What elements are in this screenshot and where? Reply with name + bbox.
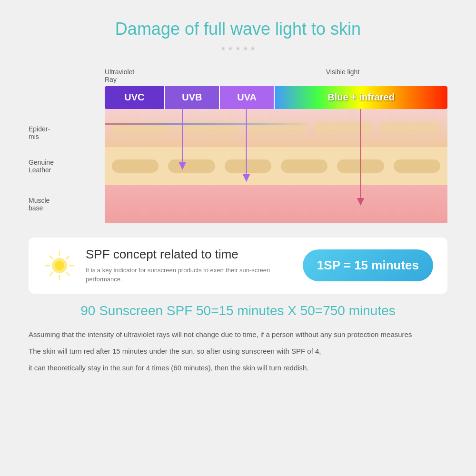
spectrum-bar: UVC UVB UVA Blue + infrared — [105, 86, 447, 109]
muscle-layer — [105, 185, 447, 223]
muscle-text: Muscle base — [29, 197, 50, 212]
page: Damage of full wave light to skin ★ ★ ★ … — [0, 0, 476, 392]
bottom-highlight-title: 90 Sunscreen SPF 50=15 minutes X 50=750 … — [29, 303, 447, 318]
dermis-blob-5 — [337, 159, 384, 173]
diagram-section: Ultraviolet Ray Visible light UVC UVB UV… — [29, 68, 447, 223]
dermis-blob-3 — [225, 159, 271, 173]
dermis-blob-4 — [281, 159, 327, 173]
spf-title: SPF concept related to time — [86, 247, 293, 262]
subtitle-stars: ★ ★ ★ ★ ★ — [29, 44, 447, 54]
dermis-layer — [105, 147, 447, 185]
spectrum-labels-row: Ultraviolet Ray Visible light — [105, 68, 447, 83]
spf-left: SPF concept related to time It is a key … — [86, 247, 293, 284]
ultraviolet-label: Ultraviolet Ray — [105, 68, 238, 83]
uva-segment: UVA — [220, 86, 275, 109]
subtitle-area: ★ ★ ★ ★ ★ — [29, 44, 447, 54]
uvc-segment: UVC — [105, 86, 165, 109]
bottom-text-2: The skin will turn red after 15 minutes … — [29, 345, 447, 357]
epidermis-blob-3 — [246, 121, 306, 135]
muscle-label: Muscle base — [29, 185, 105, 223]
visible-light-text: Visible light — [326, 68, 360, 76]
main-title: Damage of full wave light to skin — [29, 19, 447, 39]
uvb-segment: UVB — [165, 86, 220, 109]
bottom-text-1: Assuming that the intensity of ultraviol… — [29, 328, 447, 341]
epidermis-blob-1 — [112, 121, 172, 135]
epidermis-blob-5 — [380, 121, 440, 135]
dermis-text: Genuine Leather — [29, 159, 54, 174]
svg-line-9 — [50, 256, 53, 259]
svg-line-12 — [50, 272, 53, 276]
bottom-text-3: it can theoretically stay in the sun for… — [29, 361, 447, 374]
spectrum-container: UVC UVB UVA Blue + infrared — [105, 86, 447, 109]
epidermis-text: Epider- mis — [29, 125, 50, 140]
svg-line-10 — [66, 272, 69, 276]
skin-layers-visual — [105, 109, 447, 223]
spf-badge: 1SP = 15 minutes — [303, 249, 433, 281]
skin-diagram: Epider- mis Genuine Leather Muscle base — [29, 109, 447, 223]
ultraviolet-text: Ultraviolet Ray — [105, 68, 134, 83]
skin-labels: Epider- mis Genuine Leather Muscle base — [29, 109, 105, 223]
dermis-label: Genuine Leather — [29, 147, 105, 185]
epidermis-label: Epider- mis — [29, 109, 105, 147]
epidermis-layer — [105, 109, 447, 147]
svg-line-11 — [66, 256, 69, 259]
spf-section: SPF concept related to time It is a key … — [29, 238, 447, 294]
epidermis-blob-4 — [313, 121, 373, 135]
spf-description: It is a key indicator for sunscreen prod… — [86, 266, 293, 284]
epidermis-blob-2 — [179, 121, 239, 135]
dermis-blob-6 — [394, 159, 440, 173]
svg-point-4 — [55, 261, 64, 270]
sun-icon — [43, 249, 76, 282]
dermis-blob-2 — [168, 159, 215, 173]
visible-light-label: Visible light — [238, 68, 447, 83]
visible-segment: Blue + infrared — [275, 86, 447, 109]
dermis-blob-1 — [112, 159, 159, 173]
